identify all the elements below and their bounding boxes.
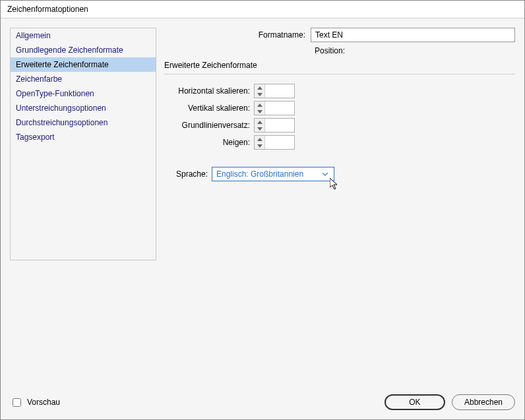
sidebar: Allgemein Grundlegende Zeichenformate Er… bbox=[10, 28, 156, 260]
stepper-down-icon[interactable] bbox=[255, 125, 264, 132]
sidebar-item-erweiterte[interactable]: Erweiterte Zeichenformate bbox=[11, 57, 156, 72]
ok-button[interactable]: OK bbox=[385, 394, 445, 410]
sidebar-item-label: Unterstreichungsoptionen bbox=[16, 104, 106, 113]
svg-marker-5 bbox=[257, 127, 262, 131]
position-label: Position: bbox=[315, 46, 345, 55]
baseline-shift-input[interactable] bbox=[265, 119, 294, 132]
ok-button-label: OK bbox=[409, 398, 420, 407]
formatname-input[interactable] bbox=[311, 28, 515, 42]
sidebar-item-label: Allgemein bbox=[16, 31, 51, 40]
chevron-down-icon bbox=[321, 167, 330, 181]
stepper-down-icon[interactable] bbox=[255, 142, 264, 149]
sidebar-item-allgemein[interactable]: Allgemein bbox=[11, 28, 156, 43]
skew-input[interactable] bbox=[265, 136, 294, 149]
content-panel: Formatname: Position: Erweiterte Zeichen… bbox=[164, 28, 515, 260]
dialog: Zeichenformatoptionen Allgemein Grundleg… bbox=[0, 0, 525, 420]
language-dropdown[interactable]: Englisch: Großbritannien bbox=[212, 167, 334, 181]
cancel-button-label: Abbrechen bbox=[464, 398, 503, 407]
dialog-footer: Vorschau OK Abbrechen bbox=[1, 389, 524, 419]
skew-stepper[interactable] bbox=[254, 135, 295, 150]
baseline-shift-label: Grundlinienversatz: bbox=[164, 121, 250, 130]
formatname-label: Formatname: bbox=[259, 30, 305, 40]
sidebar-item-grundlegende[interactable]: Grundlegende Zeichenformate bbox=[11, 43, 156, 57]
vertical-scale-label: Vertikal skalieren: bbox=[164, 104, 250, 113]
stepper-up-icon[interactable] bbox=[255, 136, 264, 142]
vertical-scale-input[interactable] bbox=[265, 102, 294, 115]
svg-marker-8 bbox=[330, 178, 337, 189]
language-label: Sprache: bbox=[164, 169, 208, 179]
stepper-up-icon[interactable] bbox=[255, 119, 264, 125]
svg-marker-1 bbox=[257, 93, 262, 96]
sidebar-item-label: Tagsexport bbox=[16, 133, 55, 142]
sidebar-item-tagsexport[interactable]: Tagsexport bbox=[11, 130, 156, 144]
sidebar-item-label: Zeichenfarbe bbox=[16, 75, 62, 84]
stepper-up-icon[interactable] bbox=[255, 102, 264, 108]
stepper-down-icon[interactable] bbox=[255, 91, 264, 98]
svg-marker-2 bbox=[257, 104, 262, 107]
svg-marker-0 bbox=[257, 86, 262, 90]
dialog-title: Zeichenformatoptionen bbox=[1, 1, 524, 18]
horizontal-scale-input[interactable] bbox=[265, 84, 294, 98]
sidebar-item-label: Durchstreichungsoptionen bbox=[16, 118, 108, 127]
stepper-up-icon[interactable] bbox=[255, 84, 264, 91]
baseline-shift-stepper[interactable] bbox=[254, 118, 295, 133]
svg-marker-7 bbox=[257, 144, 262, 148]
sidebar-item-zeichenfarbe[interactable]: Zeichenfarbe bbox=[11, 72, 156, 86]
preview-checkbox[interactable] bbox=[13, 398, 21, 407]
preview-checkbox-wrap[interactable]: Vorschau bbox=[10, 396, 60, 409]
horizontal-scale-label: Horizontal skalieren: bbox=[164, 86, 250, 96]
divider bbox=[164, 74, 515, 75]
sidebar-item-label: Erweiterte Zeichenformate bbox=[16, 60, 109, 69]
svg-marker-4 bbox=[257, 121, 262, 124]
svg-marker-6 bbox=[257, 138, 262, 141]
sidebar-item-opentype[interactable]: OpenType-Funktionen bbox=[11, 86, 156, 101]
vertical-scale-stepper[interactable] bbox=[254, 101, 295, 115]
svg-marker-3 bbox=[257, 110, 262, 113]
sidebar-item-label: OpenType-Funktionen bbox=[16, 89, 94, 98]
preview-label: Vorschau bbox=[27, 398, 60, 407]
skew-label: Neigen: bbox=[164, 138, 250, 147]
cursor-icon bbox=[330, 178, 339, 190]
dialog-body: Allgemein Grundlegende Zeichenformate Er… bbox=[1, 18, 524, 389]
language-value: Englisch: Großbritannien bbox=[216, 169, 303, 179]
section-title: Erweiterte Zeichenformate bbox=[164, 61, 515, 70]
cancel-button[interactable]: Abbrechen bbox=[452, 394, 515, 410]
sidebar-item-durchstreichung[interactable]: Durchstreichungsoptionen bbox=[11, 115, 156, 130]
sidebar-item-label: Grundlegende Zeichenformate bbox=[16, 45, 123, 55]
stepper-down-icon[interactable] bbox=[255, 108, 264, 115]
horizontal-scale-stepper[interactable] bbox=[254, 84, 295, 98]
sidebar-item-unterstreichung[interactable]: Unterstreichungsoptionen bbox=[11, 101, 156, 115]
